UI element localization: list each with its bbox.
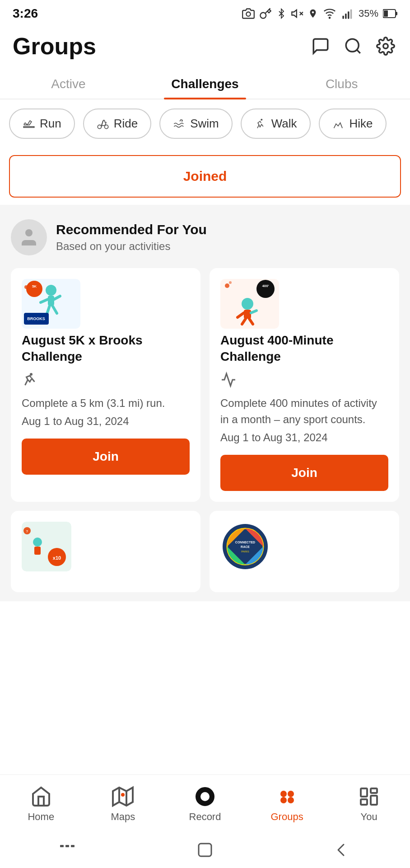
key-icon	[259, 7, 272, 20]
nav-you[interactable]: You	[342, 782, 396, 826]
card-preview-image-1: x10 ?	[22, 522, 71, 571]
card-title-5k: August 5K x Brooks Challenge	[22, 332, 190, 365]
svg-rect-67	[361, 799, 367, 805]
wifi-icon	[322, 7, 337, 20]
message-button[interactable]	[309, 34, 332, 58]
nav-home-label: Home	[28, 811, 54, 823]
challenge-cards-row-2: x10 ? CONNECTED	[11, 511, 399, 592]
recommended-section: Recommended For You Based on your activi…	[0, 205, 410, 601]
recommended-avatar	[11, 219, 47, 255]
joined-section: Joined	[0, 148, 410, 205]
sys-menu-button[interactable]	[57, 842, 79, 858]
page-header: Groups	[0, 25, 410, 69]
svg-point-59	[200, 792, 210, 801]
svg-text:5K: 5K	[32, 284, 37, 288]
back-icon	[334, 842, 350, 858]
chip-walk[interactable]: Walk	[241, 108, 311, 139]
page-title: Groups	[13, 33, 96, 60]
svg-text:400': 400'	[262, 284, 269, 288]
svg-point-12	[346, 39, 359, 52]
hike-icon	[332, 118, 345, 130]
nav-record[interactable]: Record	[178, 782, 232, 826]
status-time: 3:26	[13, 6, 38, 21]
join-button-5k[interactable]: Join	[22, 439, 190, 475]
record-icon	[194, 786, 216, 807]
sys-home-button[interactable]	[194, 842, 216, 858]
battery-percent: 35%	[359, 8, 378, 19]
svg-point-14	[383, 44, 388, 49]
nav-maps[interactable]: Maps	[96, 782, 150, 826]
square-icon	[197, 842, 213, 858]
svg-rect-6	[345, 14, 347, 19]
sys-back-button[interactable]	[331, 842, 353, 858]
svg-rect-66	[371, 796, 377, 805]
battery-icon	[383, 9, 397, 19]
card-date-5k: Aug 1 to Aug 31, 2024	[22, 415, 190, 428]
chip-swim[interactable]: Swim	[159, 108, 233, 139]
search-button[interactable]	[341, 34, 365, 58]
nav-home[interactable]: Home	[14, 782, 68, 826]
preview-illustration-1: x10 ?	[22, 522, 71, 571]
user-avatar-icon	[18, 226, 40, 248]
bottom-navigation: Home Maps Record Groups	[0, 774, 410, 832]
svg-rect-8	[350, 9, 352, 19]
tab-active[interactable]: Active	[0, 69, 137, 99]
svg-point-15	[98, 125, 101, 128]
challenge-card-5k: 5K BROOKS August 5K x Brooks Challenge C…	[11, 268, 200, 502]
header-icons	[309, 34, 397, 58]
challenge-illustration-5k: 5K BROOKS	[22, 279, 80, 329]
groups-icon	[276, 786, 298, 807]
svg-line-13	[357, 50, 360, 53]
card-image-400: 400'	[220, 279, 275, 324]
settings-button[interactable]	[374, 34, 397, 58]
svg-text:?: ?	[26, 530, 28, 533]
nav-groups-label: Groups	[271, 811, 303, 823]
joined-button[interactable]: Joined	[9, 155, 401, 198]
svg-rect-69	[65, 845, 69, 847]
card-preview-1: x10 ?	[11, 511, 200, 592]
svg-point-19	[46, 285, 56, 296]
svg-rect-11	[384, 10, 388, 17]
filter-chips-row: Run Ride Swim Walk Hike	[0, 99, 410, 148]
svg-point-39	[225, 283, 229, 288]
svg-point-61	[288, 791, 294, 797]
card-type-icon-run	[22, 372, 190, 390]
nav-groups[interactable]: Groups	[260, 782, 314, 826]
bike-icon	[97, 118, 109, 130]
system-navigation	[0, 832, 410, 868]
card-desc-400: Complete 400 minutes of activity in a mo…	[220, 395, 388, 428]
swim-icon	[173, 118, 186, 130]
card-date-400: Aug 1 to Aug 31, 2024	[220, 431, 388, 444]
you-icon	[358, 786, 380, 807]
svg-rect-32	[244, 310, 251, 319]
svg-rect-43	[34, 547, 41, 555]
join-button-400[interactable]: Join	[220, 455, 388, 491]
svg-point-29	[24, 285, 28, 289]
camera-icon	[242, 7, 255, 20]
svg-rect-7	[348, 11, 349, 19]
card-preview-2: CONNECTED RACE PARIS	[210, 511, 399, 592]
recommended-text: Recommended For You Based on your activi…	[56, 222, 207, 253]
card-title-400: August 400-Minute Challenge	[220, 332, 388, 365]
svg-rect-70	[71, 845, 75, 847]
svg-point-31	[242, 298, 253, 310]
chip-hike[interactable]: Hike	[319, 108, 387, 139]
card-image-5k: 5K BROOKS	[22, 279, 76, 324]
chip-run[interactable]: Run	[9, 108, 75, 139]
chip-ride[interactable]: Ride	[83, 108, 151, 139]
svg-point-63	[288, 797, 294, 803]
svg-point-60	[281, 791, 286, 797]
tab-challenges[interactable]: Challenges	[137, 69, 274, 99]
tab-clubs[interactable]: Clubs	[273, 69, 410, 99]
nav-record-label: Record	[189, 811, 221, 823]
svg-point-40	[229, 281, 232, 284]
signal-icon	[341, 7, 354, 20]
challenge-cards-row: 5K BROOKS August 5K x Brooks Challenge C…	[11, 268, 399, 502]
nav-you-label: You	[361, 811, 377, 823]
nav-maps-label: Maps	[111, 811, 135, 823]
svg-point-4	[329, 17, 330, 18]
svg-rect-10	[396, 12, 397, 15]
preview-illustration-2: CONNECTED RACE PARIS	[220, 522, 270, 571]
walk-icon	[254, 118, 267, 130]
svg-rect-68	[60, 845, 64, 847]
